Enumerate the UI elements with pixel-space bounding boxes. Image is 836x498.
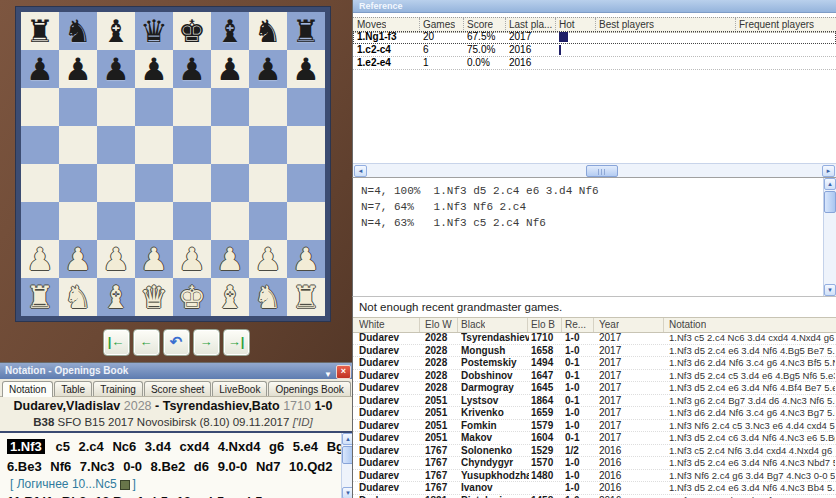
board-square[interactable]: ♟ [211,240,249,278]
go-to-end-button[interactable]: →| [223,329,250,356]
board-square[interactable] [211,202,249,240]
game-row[interactable]: Dudarev2051Lystsov18640-120171.Nf3 g6 2.… [353,395,836,408]
reference-move-row[interactable]: 1.c2-c4675.0%2016 [353,44,836,57]
board-square[interactable]: ♟ [249,50,287,88]
analysis-line[interactable]: N=4, 100% 1.Nf3 d5 2.c4 e6 3.d4 Nf6 [353,183,836,199]
reference-move-row[interactable]: 1.e2-e410.0%2016 [353,57,836,70]
board-square[interactable] [211,88,249,126]
board-square[interactable] [135,202,173,240]
board-square[interactable]: ♟ [97,50,135,88]
column-header[interactable]: Games [423,18,455,31]
board-square[interactable] [59,88,97,126]
board-square[interactable] [21,88,59,126]
board-square[interactable]: ♟ [211,50,249,88]
game-row[interactable]: Dudarev2028Tsyrendashiev17101-020171.Nf3… [353,332,836,345]
board-square[interactable]: ♟ [287,240,325,278]
column-header[interactable]: Frequent players [739,18,814,31]
game-row[interactable]: Dudarev1767Chyndygyr15701-020161.Nf3 d5 … [353,457,836,470]
scroll-right-icon[interactable]: ► [822,165,835,177]
reference-move-row[interactable]: 1.Ng1-f32067.5%2017 [353,31,836,44]
board-square[interactable] [173,126,211,164]
moves-line[interactable]: 6.Be3 Nf6 7.Nc3 0-0 8.Be2 d6 9.0-0 Nd7 1… [7,457,340,477]
board-square[interactable]: ♟ [59,50,97,88]
board-square[interactable]: ♛ [135,278,173,316]
board-square[interactable] [21,202,59,240]
board-square[interactable]: ♟ [135,240,173,278]
board-square[interactable] [135,126,173,164]
game-row[interactable]: Dudarev1821Pistalovic14581-020161.Nf3 c6… [353,495,836,498]
scroll-left-icon[interactable]: ◄ [354,165,367,177]
current-move[interactable]: 1.Nf3 [7,439,45,454]
board-square[interactable]: ♞ [249,278,287,316]
board-square[interactable]: ♝ [97,12,135,50]
board-square[interactable]: ♞ [59,278,97,316]
game-row[interactable]: Dudarev1767Solonenko15291/220161.Nf3 c5 … [353,445,836,458]
board-square[interactable] [59,126,97,164]
board-square[interactable]: ♝ [97,278,135,316]
column-header[interactable]: Hot [559,18,575,31]
board-square[interactable] [287,88,325,126]
board-square[interactable] [211,164,249,202]
game-row[interactable]: Dudarev1767Yusupkhodzhaev14801-020161.Nf… [353,470,836,483]
board-square[interactable]: ♚ [173,12,211,50]
board-square[interactable] [249,202,287,240]
board-square[interactable] [59,164,97,202]
game-row[interactable]: Dudarev2028Darmogray16451-020171.Nf3 d5 … [353,382,836,395]
board-square[interactable]: ♝ [211,278,249,316]
tab-training[interactable]: Training [93,381,143,396]
board-square[interactable] [97,126,135,164]
board-square[interactable] [97,164,135,202]
moves-line-partial[interactable]: 11.Rfd1 Rb8 12.Rac1 b5 13.cxb5 axb5 [7,492,340,498]
tab-openings-book[interactable]: Openings Book [268,381,350,396]
scroll-thumb[interactable] [824,191,836,213]
board-square[interactable]: ♟ [21,50,59,88]
board-square[interactable] [287,202,325,240]
board-square[interactable]: ♟ [249,240,287,278]
game-row[interactable]: Dudarev2028Postemskiy14940-120171.Nf3 d6… [353,357,836,370]
moves-line[interactable]: 1.Nf3 c5 2.c4 Nc6 3.d4 cxd4 4.Nxd4 g6 5.… [7,437,340,457]
column-header[interactable]: Black [461,318,485,331]
board-square[interactable] [287,126,325,164]
board-square[interactable] [135,164,173,202]
board-square[interactable] [249,88,287,126]
step-forward-button[interactable]: → [193,329,220,356]
board-square[interactable] [173,164,211,202]
board-square[interactable] [249,126,287,164]
board-square[interactable]: ♟ [173,240,211,278]
game-row[interactable]: Dudarev2051Makov16040-120171.Nf3 d5 2.c4… [353,432,836,445]
board-square[interactable] [173,202,211,240]
column-header[interactable]: Score [467,18,493,31]
column-header[interactable]: Re... [565,318,586,331]
board-square[interactable]: ♟ [173,50,211,88]
scroll-down-icon[interactable]: ▼ [824,284,836,296]
board-square[interactable]: ♛ [135,12,173,50]
board-square[interactable]: ♚ [173,278,211,316]
close-icon[interactable]: × [336,365,351,379]
board-square[interactable] [135,88,173,126]
step-back-button[interactable]: ← [133,329,160,356]
board-square[interactable] [287,164,325,202]
column-header[interactable]: Elo B [531,318,555,331]
board-square[interactable] [21,126,59,164]
board-square[interactable]: ♞ [249,12,287,50]
board-square[interactable]: ♜ [21,12,59,50]
board-square[interactable]: ♜ [21,278,59,316]
board-square[interactable] [97,202,135,240]
board-square[interactable]: ♟ [21,240,59,278]
tab-livebook[interactable]: LiveBook [212,381,267,396]
game-row[interactable]: Dudarev1767Ivanov1-020161.Nf3 d5 2.c4 e6… [353,482,836,495]
column-header[interactable]: Best players [599,18,654,31]
column-header[interactable]: Year [599,318,619,331]
annotation-line[interactable]: [ Логичнее 10...Nc5] [7,477,340,492]
board-square[interactable] [21,164,59,202]
column-header[interactable]: Last pla... [509,18,552,31]
column-header[interactable]: Moves [357,18,386,31]
unplay-move-button[interactable]: ↶ [163,329,190,356]
board-square[interactable] [59,202,97,240]
game-row[interactable]: Dudarev2051Krivenko16591-020171.Nf3 d6 2… [353,407,836,420]
board-square[interactable]: ♟ [287,50,325,88]
board-square[interactable]: ♝ [211,12,249,50]
analysis-line[interactable]: N=4, 63% 1.Nf3 c5 2.c4 Nf6 [353,215,836,231]
column-header[interactable]: Notation [669,318,706,331]
board-square[interactable] [249,164,287,202]
